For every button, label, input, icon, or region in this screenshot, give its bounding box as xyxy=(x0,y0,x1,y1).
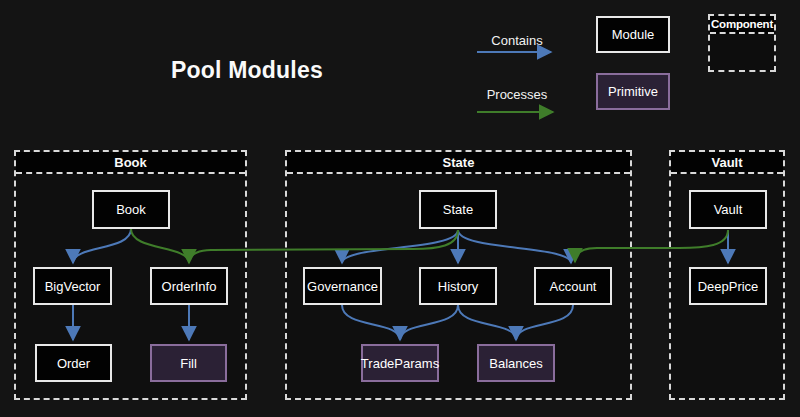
node-order-label: Order xyxy=(57,356,90,371)
node-orderinfo-label: OrderInfo xyxy=(162,279,217,294)
legend-primitive-label: Primitive xyxy=(608,84,658,99)
legend-component-box: Component xyxy=(708,14,776,72)
node-balances: Balances xyxy=(477,344,555,382)
node-fill-label: Fill xyxy=(180,356,197,371)
container-book-title: Book xyxy=(16,152,245,174)
legend-module-label: Module xyxy=(612,27,655,42)
node-state-label: State xyxy=(443,202,473,217)
node-governance-label: Governance xyxy=(307,279,378,294)
node-deepprice: DeepPrice xyxy=(689,267,767,305)
node-book: Book xyxy=(92,190,170,229)
legend-module-box: Module xyxy=(596,16,670,53)
node-orderinfo: OrderInfo xyxy=(150,267,228,305)
container-vault-title: Vault xyxy=(671,152,783,174)
legend-processes-label: Processes xyxy=(476,87,558,102)
node-deepprice-label: DeepPrice xyxy=(698,279,759,294)
node-book-label: Book xyxy=(116,202,146,217)
node-tradeparams: TradeParams xyxy=(361,344,439,382)
node-fill: Fill xyxy=(150,344,227,382)
legend-component-label: Component xyxy=(710,16,774,34)
page-title: Pool Modules xyxy=(171,57,323,84)
node-bigvector: BigVector xyxy=(33,267,112,305)
node-order: Order xyxy=(35,344,112,382)
pool-modules-diagram: { "title": "Pool Modules", "colors": { "… xyxy=(0,0,800,417)
legend-primitive-box: Primitive xyxy=(596,73,670,110)
node-tradeparams-label: TradeParams xyxy=(361,356,439,371)
node-balances-label: Balances xyxy=(489,356,542,371)
node-bigvector-label: BigVector xyxy=(45,279,101,294)
node-history-label: History xyxy=(438,279,478,294)
node-state: State xyxy=(419,190,497,229)
legend-contains-label: Contains xyxy=(476,33,558,48)
container-state-title: State xyxy=(287,152,630,174)
node-vault-label: Vault xyxy=(714,202,743,217)
node-governance: Governance xyxy=(303,267,382,305)
node-vault: Vault xyxy=(689,190,767,229)
node-account: Account xyxy=(534,267,612,305)
node-account-label: Account xyxy=(550,279,597,294)
node-history: History xyxy=(419,267,497,305)
